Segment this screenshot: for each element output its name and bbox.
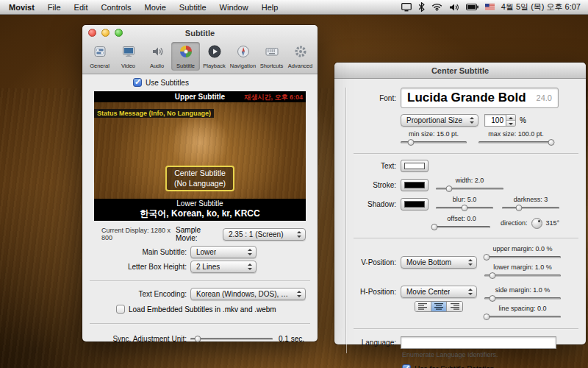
- slider-track: [484, 256, 561, 258]
- main-subtitle-popup[interactable]: Lower: [190, 246, 257, 258]
- slider-thumb[interactable]: [490, 295, 496, 302]
- font-well[interactable]: Lucida Grande Bold 24.0: [401, 88, 559, 108]
- slider-thumb[interactable]: [431, 224, 438, 230]
- stepper-up-button[interactable]: [506, 115, 515, 121]
- menu-file[interactable]: File: [41, 3, 68, 12]
- screen: Movist File Edit Controls Movie Subtitle…: [0, 0, 588, 368]
- panel-title-bar[interactable]: Center Subtitle: [334, 63, 586, 78]
- stroke-width-caption: width: 2.0: [436, 177, 503, 184]
- slider-thumb[interactable]: [446, 185, 453, 192]
- center-subtitle-selected-box[interactable]: Center Subtitle (No Language): [165, 166, 234, 191]
- tab-audio[interactable]: Audio: [143, 42, 171, 71]
- upper-margin-slider[interactable]: [484, 253, 561, 261]
- current-display-text: Current Display: 1280 x 800: [101, 227, 176, 241]
- menu-controls[interactable]: Controls: [95, 3, 138, 12]
- tab-playback[interactable]: Playback: [200, 42, 229, 71]
- tab-label: Video: [121, 63, 135, 69]
- slider-thumb[interactable]: [484, 314, 490, 320]
- menu-bar: Movist File Edit Controls Movie Subtitle…: [0, 0, 588, 15]
- h-position-label: H-Position:: [334, 286, 396, 296]
- tab-label: Advanced: [288, 63, 312, 69]
- preferences-toolbar: General Video Audio Subtitle Playback: [82, 40, 318, 74]
- separator: [354, 238, 578, 239]
- lower-margin-slider[interactable]: [484, 272, 561, 280]
- size-mode-popup[interactable]: Proportional Size: [401, 114, 478, 127]
- side-margin-caption: side margin: 1.0 %: [484, 286, 561, 294]
- menu-subtitle[interactable]: Subtitle: [173, 3, 213, 12]
- battery-icon[interactable]: [466, 4, 478, 10]
- shadow-blur-group: blur: 5.0: [436, 196, 493, 212]
- sample-movie-popup[interactable]: 2.35 : 1 (Screen): [223, 228, 306, 241]
- tab-navigation[interactable]: Navigation: [229, 42, 257, 71]
- slider-thumb[interactable]: [516, 205, 523, 211]
- volume-icon[interactable]: [449, 3, 459, 12]
- tab-general[interactable]: General: [85, 42, 114, 71]
- upper-subtitle-sample[interactable]: Upper Subtitle: [175, 93, 225, 101]
- tab-label: Shortcuts: [260, 63, 284, 69]
- window-chrome: Subtitle General Video Audio Subtitle: [82, 25, 318, 74]
- color-swatch: [404, 163, 425, 169]
- align-left-button[interactable]: [415, 302, 431, 311]
- tab-subtitle[interactable]: Subtitle: [171, 42, 200, 71]
- us-flag-icon[interactable]: [485, 4, 495, 10]
- zoom-button[interactable]: [115, 29, 123, 37]
- keyboard-icon: [265, 44, 279, 62]
- close-button[interactable]: [88, 29, 96, 37]
- load-embedded-checkbox[interactable]: [116, 305, 125, 314]
- use-subtitles-checkbox[interactable]: [133, 78, 142, 87]
- slider-thumb[interactable]: [484, 254, 490, 261]
- shadow-blur-slider[interactable]: [436, 204, 493, 212]
- v-position-label: V-Position:: [334, 258, 396, 266]
- tab-video[interactable]: Video: [114, 42, 143, 71]
- menu-window[interactable]: Window: [213, 3, 255, 12]
- shadow-darkness-slider[interactable]: [502, 204, 559, 212]
- stroke-color-well[interactable]: [401, 179, 429, 191]
- menu-clock[interactable]: 4월 5일 (목) 오후 6:07: [501, 1, 581, 13]
- size-stepper: 100: [484, 114, 516, 127]
- align-right-button[interactable]: [447, 302, 462, 311]
- minimize-button[interactable]: [101, 29, 110, 37]
- min-size-slider[interactable]: [401, 138, 467, 146]
- text-encoding-label: Text Encoding:: [94, 290, 187, 298]
- tab-shortcuts[interactable]: Shortcuts: [257, 42, 286, 71]
- text-color-well[interactable]: [401, 160, 429, 172]
- direction-value: 315°: [546, 219, 560, 227]
- shadow-offset-slider[interactable]: [433, 223, 490, 231]
- text-encoding-popup[interactable]: Korean (Windows, DOS), Unicode (UTF-8), …: [190, 288, 306, 300]
- slider-thumb[interactable]: [195, 336, 201, 342]
- tab-label: Playback: [203, 63, 225, 69]
- language-input[interactable]: [401, 336, 556, 349]
- slider-thumb[interactable]: [548, 139, 554, 146]
- menu-edit[interactable]: Edit: [68, 3, 95, 12]
- shadow-color-well[interactable]: [401, 198, 429, 210]
- display-icon[interactable]: [401, 3, 412, 12]
- min-size-caption: min size: 15.0 pt.: [401, 130, 467, 138]
- bluetooth-icon[interactable]: [418, 2, 425, 12]
- tab-advanced[interactable]: Advanced: [286, 42, 315, 71]
- slider-thumb[interactable]: [408, 139, 415, 146]
- line-spacing-group: line spacing: 0.0: [484, 305, 561, 321]
- slider-thumb[interactable]: [462, 205, 468, 211]
- stroke-width-slider[interactable]: [436, 185, 503, 193]
- stepper-down-button[interactable]: [506, 121, 515, 126]
- slider-track: [478, 141, 553, 144]
- side-margin-slider[interactable]: [484, 294, 561, 302]
- letter-box-popup[interactable]: 2 Lines: [190, 261, 257, 273]
- line-spacing-slider[interactable]: [484, 313, 561, 321]
- size-value-field[interactable]: 100: [484, 114, 506, 127]
- title-bar[interactable]: Subtitle: [82, 25, 318, 40]
- rotation-checkbox[interactable]: [402, 364, 411, 368]
- v-position-popup[interactable]: Movie Bottom: [401, 256, 477, 269]
- menu-app-movist[interactable]: Movist: [7, 3, 41, 12]
- direction-knob[interactable]: [531, 218, 542, 229]
- lower-subtitle-sample[interactable]: Lower Subtitle: [94, 199, 306, 208]
- menu-help[interactable]: Help: [255, 3, 285, 12]
- sync-unit-slider[interactable]: [190, 335, 273, 343]
- slider-thumb[interactable]: [490, 272, 496, 279]
- max-size-slider[interactable]: [478, 138, 553, 146]
- align-center-button[interactable]: [431, 302, 448, 311]
- subtitle-preferences-window: Subtitle General Video Audio Subtitle: [82, 25, 318, 342]
- menu-movie[interactable]: Movie: [138, 3, 173, 12]
- h-position-popup[interactable]: Movie Center: [401, 286, 477, 298]
- wifi-icon[interactable]: [431, 3, 442, 11]
